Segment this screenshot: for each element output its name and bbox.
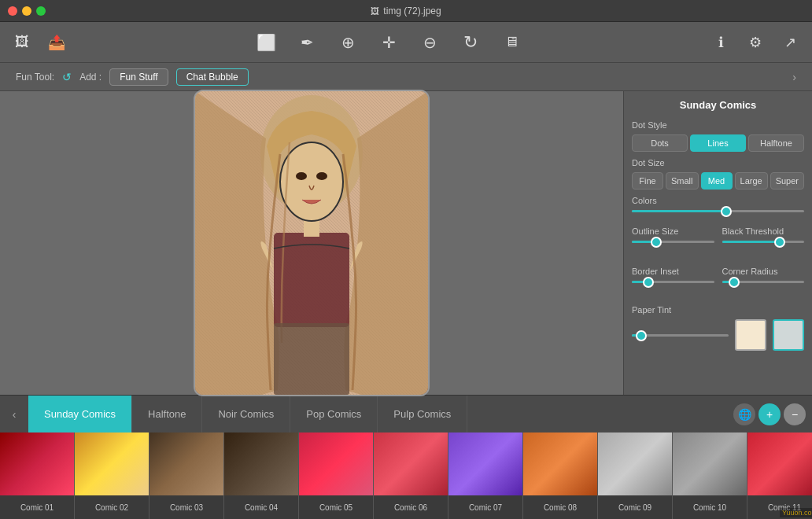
- svg-rect-6: [304, 213, 319, 237]
- fun-tool-icon: ↺: [62, 71, 72, 83]
- tab-arrow-left[interactable]: ‹: [0, 396, 28, 432]
- film-item-04[interactable]: Comic 04: [224, 432, 299, 519]
- film-item-02[interactable]: Comic 02: [75, 432, 149, 519]
- dot-style-label: Dot Style: [632, 120, 804, 130]
- dot-style-lines[interactable]: Lines: [690, 134, 746, 152]
- pen-button[interactable]: ✒: [293, 28, 321, 57]
- info-button[interactable]: ℹ: [707, 28, 735, 57]
- dot-size-fine[interactable]: Fine: [632, 172, 663, 190]
- film-thumb-11: [747, 432, 812, 495]
- add-button[interactable]: +: [758, 403, 781, 425]
- tab-pulp-comics[interactable]: Pulp Comics: [378, 396, 467, 432]
- black-threshold-slider[interactable]: [722, 241, 805, 243]
- canvas-image[interactable]: [194, 90, 430, 396]
- crop-button[interactable]: ⬜: [252, 28, 280, 57]
- film-thumb-06: [374, 432, 448, 495]
- tab-halftone[interactable]: Halftone: [132, 396, 202, 432]
- chat-bubble-button[interactable]: Chat Bubble: [176, 68, 249, 86]
- film-thumb-05: [299, 432, 373, 495]
- outline-size-col: Outline Size: [632, 220, 714, 251]
- image-preview: [195, 91, 428, 395]
- share-button[interactable]: ↗: [776, 28, 804, 57]
- film-thumb-09: [598, 432, 672, 495]
- rotate-button[interactable]: ↻: [456, 28, 485, 57]
- main-area: Sunday Comics Dot Style Dots Lines Halft…: [0, 91, 812, 395]
- watermark: Yuuon.com: [780, 508, 812, 517]
- arrow-right-icon: ›: [792, 71, 796, 83]
- fun-tool-text: Fun Tool:: [16, 72, 54, 83]
- corner-radius-col: Corner Radius: [722, 260, 805, 291]
- toolbar-right: ℹ ⚙ ↗: [707, 28, 804, 57]
- paper-tint-swatch-grey[interactable]: [773, 319, 804, 351]
- border-corner-row: Border Inset Corner Radius: [632, 260, 804, 291]
- zoom-in-button[interactable]: ⊕: [334, 28, 362, 57]
- film-label-06: Comic 06: [374, 495, 448, 519]
- right-panel: Sunday Comics Dot Style Dots Lines Halft…: [623, 91, 812, 395]
- paper-tint-slider[interactable]: [632, 334, 729, 337]
- film-item-03[interactable]: Comic 03: [149, 432, 224, 519]
- tab-noir-comics[interactable]: Noir Comics: [202, 396, 290, 432]
- corner-radius-label: Corner Radius: [722, 267, 805, 276]
- fun-tool-bar: Fun Tool: ↺ Add : Fun Stuff Chat Bubble …: [0, 63, 812, 91]
- zoom-out-button[interactable]: ⊖: [415, 28, 444, 57]
- dot-style-halftone[interactable]: Halftone: [748, 134, 804, 152]
- window-controls[interactable]: [8, 6, 46, 16]
- film-item-06[interactable]: Comic 06: [374, 432, 448, 519]
- film-thumb-10: [673, 432, 747, 495]
- fun-stuff-button[interactable]: Fun Stuff: [109, 68, 168, 86]
- maximize-button[interactable]: [36, 6, 46, 16]
- svg-point-9: [316, 172, 327, 180]
- outline-size-label: Outline Size: [632, 226, 714, 236]
- film-label-08: Comic 08: [523, 495, 597, 519]
- film-item-08[interactable]: Comic 08: [523, 432, 598, 519]
- film-label-10: Comic 10: [673, 495, 747, 519]
- dot-size-super[interactable]: Super: [770, 172, 804, 190]
- dot-size-small[interactable]: Small: [666, 172, 699, 190]
- dot-size-large[interactable]: Large: [735, 172, 768, 190]
- upload-button[interactable]: 📤: [42, 28, 71, 57]
- film-label-04: Comic 04: [224, 495, 298, 519]
- film-thumb-02: [75, 432, 149, 495]
- toolbar-left: 🖼 📤: [8, 28, 71, 57]
- move-button[interactable]: ✛: [375, 28, 403, 57]
- film-item-10[interactable]: Comic 10: [673, 432, 747, 519]
- border-inset-label: Border Inset: [632, 267, 714, 276]
- colors-label: Colors: [632, 196, 804, 205]
- colors-slider[interactable]: [632, 210, 804, 212]
- remove-button[interactable]: −: [784, 403, 806, 425]
- border-inset-col: Border Inset: [632, 260, 714, 291]
- film-item-01[interactable]: Comic 01: [0, 432, 75, 519]
- outline-size-slider[interactable]: [632, 241, 714, 243]
- file-icon: 🖼: [371, 6, 379, 16]
- film-thumb-04: [224, 432, 298, 495]
- corner-radius-slider[interactable]: [722, 281, 805, 283]
- globe-button[interactable]: 🌐: [733, 403, 755, 425]
- film-item-09[interactable]: Comic 09: [598, 432, 673, 519]
- dot-size-med[interactable]: Med: [701, 172, 733, 190]
- film-item-05[interactable]: Comic 05: [299, 432, 374, 519]
- film-label-09: Comic 09: [598, 495, 672, 519]
- filmstrip: Comic 01 Comic 02 Comic 03 Comic 04 Comi…: [0, 432, 812, 519]
- film-item-07[interactable]: Comic 07: [448, 432, 523, 519]
- film-label-03: Comic 03: [149, 495, 223, 519]
- settings-button[interactable]: ⚙: [741, 28, 770, 57]
- svg-rect-10: [274, 323, 349, 395]
- close-button[interactable]: [8, 6, 17, 16]
- film-thumb-01: [0, 432, 74, 495]
- black-threshold-label: Black Threshold: [722, 226, 805, 236]
- border-inset-slider[interactable]: [632, 281, 714, 283]
- tab-pop-comics[interactable]: Pop Comics: [290, 396, 378, 432]
- monitor-button[interactable]: 🖥: [497, 28, 526, 57]
- film-label-02: Comic 02: [75, 495, 149, 519]
- paper-tint-swatch-cream[interactable]: [735, 319, 766, 351]
- dot-style-dots[interactable]: Dots: [632, 134, 688, 152]
- minimize-button[interactable]: [22, 6, 31, 16]
- image-button[interactable]: 🖼: [8, 28, 36, 57]
- film-item-11[interactable]: Comic 11 Yuuon.com: [747, 432, 812, 519]
- add-label: Add :: [79, 72, 102, 83]
- toolbar: 🖼 📤 ⬜ ✒ ⊕ ✛ ⊖ ↻ 🖥 ℹ ⚙ ↗: [0, 22, 812, 63]
- tab-sunday-comics[interactable]: Sunday Comics: [28, 396, 132, 432]
- film-label-07: Comic 07: [448, 495, 522, 519]
- dot-size-label: Dot Size: [632, 158, 804, 167]
- film-thumb-07: [448, 432, 522, 495]
